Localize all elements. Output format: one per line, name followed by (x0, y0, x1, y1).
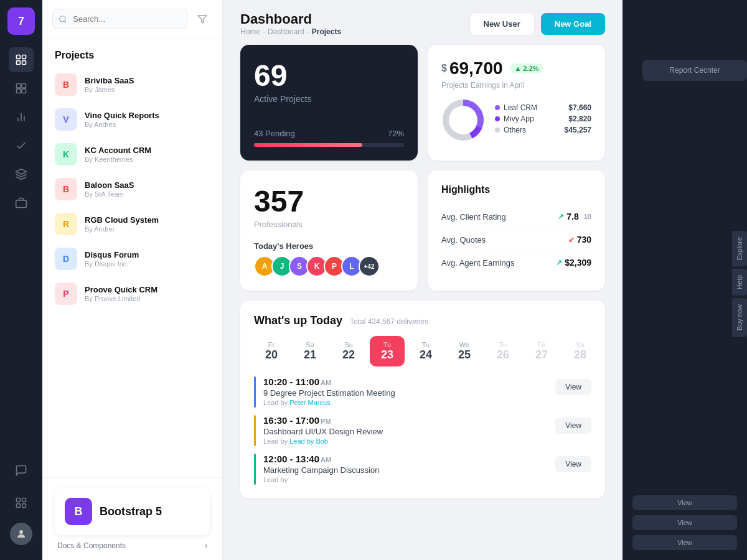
project-name: Proove Quick CRM (85, 285, 157, 294)
sidebar-item-layers[interactable] (9, 162, 34, 187)
search-input[interactable] (52, 9, 187, 29)
event-stripe (254, 376, 256, 408)
donut-chart (441, 98, 485, 142)
view-button-1[interactable]: View (632, 495, 737, 510)
calendar-day[interactable]: Sa 21 (293, 336, 327, 366)
event-ampm: AM (321, 379, 331, 386)
project-list-item[interactable]: D Disqus Forum By Disqus Inc. (42, 241, 222, 276)
event-time: 10:20 - 11:00AM (263, 376, 548, 387)
project-list-item[interactable]: P Proove Quick CRM By Proove Limited (42, 276, 222, 311)
project-name: KC Account CRM (85, 146, 151, 155)
svg-rect-16 (22, 504, 26, 508)
project-list-item[interactable]: B Briviba SaaS By James (42, 67, 222, 102)
earnings-amount: 69,700 (449, 58, 503, 78)
event-lead-link[interactable]: Lead by Bob (289, 437, 328, 445)
sidebar-item-chart[interactable] (9, 105, 34, 129)
project-list-item[interactable]: B Baloon SaaS By SIA Team (42, 172, 222, 207)
side-tab[interactable]: Explore (732, 231, 747, 266)
project-logo: B (55, 178, 77, 200)
cal-day-name: Sa (576, 341, 584, 348)
highlight-value: ↗7.810 (558, 212, 591, 222)
event-title: Marketing Campaign Discussion (263, 465, 548, 475)
svg-rect-12 (16, 200, 27, 208)
legend-value: $2,820 (568, 114, 591, 123)
project-list-item[interactable]: V Vine Quick Reports By Andres (42, 102, 222, 137)
event-lead: Lead by Lead by Bob (263, 437, 548, 445)
new-goal-button[interactable]: New Goal (541, 13, 605, 35)
sidebar-item-check[interactable] (9, 133, 34, 158)
calendar-day[interactable]: Tu 26 (486, 336, 520, 366)
calendar-day[interactable]: Fr 20 (254, 336, 289, 366)
arrow-up-icon: ↗ (556, 258, 562, 267)
sidebar-bottom-section: B Bootstrap 5 Docs & Components › (42, 477, 222, 560)
earnings-card: $ 69,700 ▲ 2.2% Projects Earnings in Apr… (428, 45, 605, 161)
side-tab[interactable]: Buy now (732, 298, 747, 337)
sidebar-item-briefcase[interactable] (9, 190, 34, 215)
sidebar-item-dashboard[interactable] (9, 47, 34, 72)
report-center-button[interactable]: Report Cecnter (642, 60, 747, 81)
sidebar-item-modules[interactable] (9, 490, 34, 515)
breadcrumb-dashboard[interactable]: Dashboard (268, 27, 304, 36)
filter-button[interactable] (192, 9, 212, 29)
event-lead-link[interactable]: Peter Marcus (289, 399, 330, 406)
event-view-button[interactable]: View (555, 456, 591, 472)
user-avatar[interactable] (10, 523, 32, 545)
legend-name: Mivy App (495, 114, 534, 123)
calendar-day[interactable]: Fri 27 (524, 336, 559, 366)
project-name: Briviba SaaS (85, 76, 134, 85)
legend-item: Mivy App $2,820 (495, 114, 591, 123)
breadcrumb-sep2: - (307, 27, 309, 36)
project-info: Disqus Forum By Disqus Inc. (85, 250, 139, 268)
calendar-day[interactable]: We 25 (447, 336, 482, 366)
breadcrumb-home[interactable]: Home (240, 27, 260, 36)
project-logo: K (55, 143, 77, 166)
project-list: B Briviba SaaS By James V Vine Quick Rep… (42, 67, 222, 477)
svg-line-19 (65, 21, 67, 22)
cal-day-name: Tu (383, 341, 391, 348)
earnings-dollar: $ (441, 63, 447, 74)
project-logo: V (55, 108, 77, 131)
svg-rect-3 (22, 61, 26, 65)
highlight-row: Avg. Agent Earnings ↗$2,309 (441, 251, 591, 274)
sidebar-item-grid[interactable] (9, 76, 34, 101)
main-content: Dashboard Home - Dashboard - Projects Ne… (223, 0, 622, 560)
event-view-button[interactable]: View (555, 418, 591, 434)
legend-name: Leaf CRM (495, 103, 537, 112)
calendar-day[interactable]: Tu 23 (370, 336, 405, 366)
event-content: 10:20 - 11:00AM 9 Degree Project Estimat… (263, 376, 548, 406)
search-bar (42, 0, 222, 39)
docs-link[interactable]: Docs & Components › (55, 535, 210, 550)
side-tab[interactable]: Help (732, 269, 747, 296)
event-lead: Lead by (263, 476, 548, 483)
cal-day-num: 24 (420, 348, 432, 362)
calendar-day[interactable]: Sa 28 (563, 336, 591, 366)
event-view-button[interactable]: View (555, 379, 591, 395)
event-content: 16:30 - 17:00PM Dashboard UI/UX Design R… (263, 415, 548, 445)
highlight-key: Avg. Client Rating (441, 212, 506, 222)
sidebar-item-message[interactable] (9, 458, 34, 483)
whatsup-title: What's up Today (254, 314, 342, 327)
view-button-2[interactable]: View (632, 515, 737, 530)
project-info: Baloon SaaS By SIA Team (85, 180, 134, 198)
right-panel-inner: Report Cecnter ExploreHelpBuy now View V… (622, 0, 747, 560)
project-list-item[interactable]: R RGB Cloud System By Andrei (42, 207, 222, 241)
whatsup-header: What's up Today Total 424,567 deliveries (254, 314, 591, 327)
right-panel: Report Cecnter ExploreHelpBuy now View V… (622, 0, 747, 560)
new-user-button[interactable]: New User (469, 12, 535, 35)
project-author: By Andres (85, 121, 159, 128)
legend-name: Others (495, 126, 526, 134)
user-badge[interactable]: 7 (7, 7, 35, 35)
legend-dot (495, 128, 500, 133)
svg-rect-0 (17, 55, 21, 59)
calendar-day[interactable]: Tu 24 (408, 336, 443, 366)
view-button-3[interactable]: View (632, 535, 737, 550)
project-info: Briviba SaaS By James (85, 76, 134, 93)
professionals-card: 357 Professionals Today's Heroes AJSKPL+… (240, 170, 418, 291)
heroes-more[interactable]: +42 (359, 256, 380, 277)
project-list-item[interactable]: K KC Account CRM By Keenthemes (42, 137, 222, 172)
bootstrap-card[interactable]: B Bootstrap 5 (55, 488, 210, 535)
breadcrumb-current: Projects (312, 27, 341, 36)
legend-item: Others $45,257 (495, 126, 591, 134)
calendar-day[interactable]: Su 22 (331, 336, 366, 366)
event-item: 12:00 - 13:40AM Marketing Campaign Discu… (254, 454, 591, 485)
